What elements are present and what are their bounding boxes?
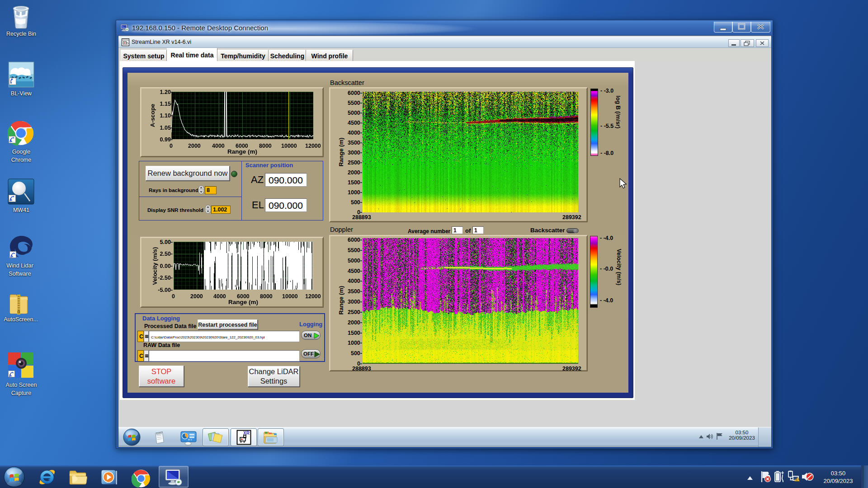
svg-text:!: ! xyxy=(796,478,797,482)
